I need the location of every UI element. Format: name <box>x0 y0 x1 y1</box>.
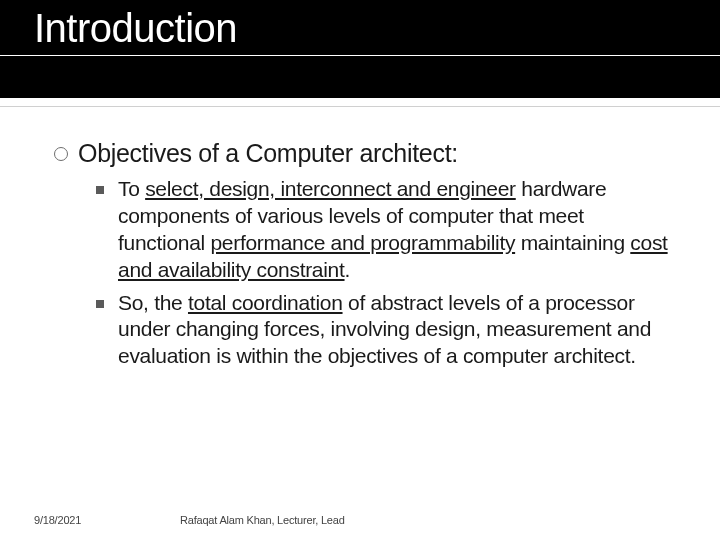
underlined-text: performance and programmability <box>210 231 515 254</box>
footer-author: Rafaqat Alam Khan, Lecturer, Lead <box>180 514 345 526</box>
slide: Introduction Objectives of a Computer ar… <box>0 0 720 540</box>
slide-title: Introduction <box>0 6 720 51</box>
underlined-text: total coordination <box>188 291 343 314</box>
title-underline <box>0 55 720 56</box>
list-level2-item: So, the total coordination of abstract l… <box>96 290 676 371</box>
square-bullet-icon <box>96 300 104 308</box>
level1-text: Objectives of a Computer architect: <box>78 139 458 168</box>
level2-text: To select, design, interconnect and engi… <box>118 176 676 284</box>
underlined-text: select, design, interconnect and enginee… <box>145 177 516 200</box>
circle-bullet-icon <box>54 147 68 161</box>
text-run: So, the <box>118 291 188 314</box>
list-level2-item: To select, design, interconnect and engi… <box>96 176 676 284</box>
title-band: Introduction <box>0 0 720 98</box>
list-level1-item: Objectives of a Computer architect: <box>54 139 676 168</box>
footer: 9/18/2021 Rafaqat Alam Khan, Lecturer, L… <box>0 514 720 526</box>
content-area: Objectives of a Computer architect: To s… <box>0 107 720 370</box>
level2-text: So, the total coordination of abstract l… <box>118 290 676 371</box>
text-run: . <box>345 258 351 281</box>
level2-list: To select, design, interconnect and engi… <box>54 176 676 370</box>
footer-date: 9/18/2021 <box>0 514 180 526</box>
text-run: maintaining <box>515 231 630 254</box>
text-run: To <box>118 177 145 200</box>
square-bullet-icon <box>96 186 104 194</box>
